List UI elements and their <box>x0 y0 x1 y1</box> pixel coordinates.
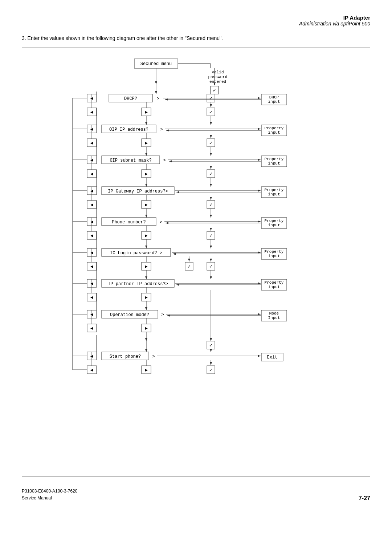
svg-text:input: input <box>268 161 280 166</box>
svg-text:✓: ✓ <box>209 233 212 239</box>
svg-text:Property: Property <box>265 157 284 161</box>
svg-text:input: input <box>268 254 280 258</box>
svg-text:✓: ✓ <box>209 140 212 146</box>
flowchart-svg: Secured menu Valid password entered ✓ ✓ … <box>29 55 363 469</box>
svg-text:◄: ◄ <box>90 326 93 331</box>
svg-text:Secured menu: Secured menu <box>140 61 172 66</box>
svg-text:►: ► <box>145 368 148 373</box>
svg-text:>: > <box>163 158 166 163</box>
svg-text:Property: Property <box>265 280 284 285</box>
svg-text:Input: Input <box>268 316 280 320</box>
svg-text:►: ► <box>145 264 148 270</box>
svg-text:◄: ◄ <box>90 233 93 239</box>
svg-text:►: ► <box>145 326 148 331</box>
svg-text:◄: ◄ <box>90 110 93 115</box>
svg-text:Phone number?: Phone number? <box>112 220 146 225</box>
footer-doc-number: P31003-E8400-A100-3-7620 <box>22 488 77 495</box>
svg-text:◄: ◄ <box>90 202 93 208</box>
svg-text:◄: ◄ <box>90 264 93 270</box>
footer-page-number: 7-27 <box>359 495 370 502</box>
footer-left: P31003-E8400-A100-3-7620 Service Manual <box>22 488 77 502</box>
svg-text:►: ► <box>145 202 148 208</box>
svg-text:input: input <box>268 100 280 104</box>
svg-text:IP partner IP address?>: IP partner IP address?> <box>108 281 168 287</box>
svg-text:DHCP?: DHCP? <box>124 96 137 101</box>
svg-text:✓: ✓ <box>213 88 216 93</box>
svg-text:◄: ◄ <box>90 171 93 177</box>
svg-text:✓: ✓ <box>209 343 212 348</box>
svg-text:►: ► <box>145 171 148 177</box>
svg-text:✓: ✓ <box>209 96 212 101</box>
svg-text:>: > <box>159 220 162 225</box>
svg-text:◄: ◄ <box>90 368 93 373</box>
svg-text:input: input <box>268 130 280 135</box>
svg-text:►: ► <box>145 233 148 239</box>
page-footer: P31003-E8400-A100-3-7620 Service Manual … <box>22 488 370 502</box>
svg-text:OIP subnet mask?: OIP subnet mask? <box>110 158 151 163</box>
svg-text:✓: ✓ <box>209 367 212 373</box>
page-title: IP Adapter <box>22 15 370 21</box>
svg-text:►: ► <box>145 110 148 115</box>
svg-text:Mode: Mode <box>269 311 279 316</box>
svg-text:>: > <box>161 312 164 317</box>
svg-text:✓: ✓ <box>209 264 212 270</box>
svg-text:Property: Property <box>265 188 284 192</box>
svg-text:►: ► <box>145 295 148 300</box>
svg-text:password: password <box>208 75 228 79</box>
svg-text:Valid: Valid <box>212 70 224 74</box>
svg-text:Property: Property <box>265 126 284 130</box>
svg-text:✓: ✓ <box>188 264 191 270</box>
svg-text:Property: Property <box>265 250 284 254</box>
svg-text:✓: ✓ <box>209 109 212 115</box>
page-header: IP Adapter Administration via optiPoint … <box>22 15 370 27</box>
svg-text:Operation mode?: Operation mode? <box>110 312 149 317</box>
svg-text:>: > <box>160 127 163 132</box>
svg-text:Exit: Exit <box>267 355 278 360</box>
diagram-container: Secured menu Valid password entered ✓ ✓ … <box>22 48 370 477</box>
svg-text:Property: Property <box>265 219 284 223</box>
svg-text:►: ► <box>145 141 148 146</box>
intro-paragraph: 3. Enter the values shown in the followi… <box>22 35 370 41</box>
svg-text:DHCP: DHCP <box>269 95 279 100</box>
svg-text:input: input <box>268 192 280 197</box>
svg-text:OIP IP address?: OIP IP address? <box>109 127 148 132</box>
svg-text:TC Login password? >: TC Login password? > <box>110 251 162 256</box>
svg-text:✓: ✓ <box>209 202 212 208</box>
svg-text:input: input <box>268 285 280 289</box>
svg-text:>: > <box>152 354 155 359</box>
svg-text:Start phone?: Start phone? <box>110 354 141 359</box>
svg-text:◄: ◄ <box>90 295 93 300</box>
svg-text:IP Gateway IP address?>: IP Gateway IP address?> <box>108 189 168 194</box>
svg-text:entered: entered <box>209 80 226 84</box>
svg-text:>: > <box>156 96 159 101</box>
svg-text:✓: ✓ <box>209 171 212 177</box>
svg-text:◄: ◄ <box>90 141 93 146</box>
page-subtitle: Administration via optiPoint 500 <box>22 21 370 27</box>
footer-doc-type: Service Manual <box>22 495 77 502</box>
svg-text:input: input <box>268 223 280 227</box>
